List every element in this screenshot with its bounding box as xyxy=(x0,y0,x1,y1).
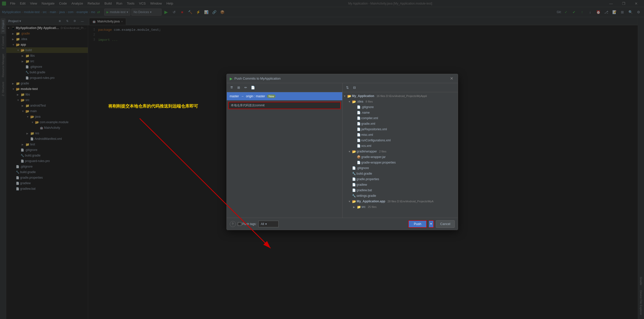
push-tags-label: Push tags: xyxy=(242,222,257,226)
rtree-idea-label: .idea xyxy=(357,100,363,103)
right-tree: ▼ 📂 My_Application 16 files D:\Env\Andro… xyxy=(343,92,458,218)
rtree-root-buildgradle[interactable]: ▶ 🔧 build.gradle xyxy=(343,171,458,176)
rtree-myapp-app-icon: 📂 xyxy=(352,200,356,203)
help-button[interactable]: ? xyxy=(230,221,236,227)
rtree-myapp-app-meta: 28 files D:\Env\Android_Projects\MyA xyxy=(388,200,434,203)
rtree-gradlewrapper-meta: 2 files xyxy=(379,150,387,153)
rtree-gradle-props[interactable]: ▶ 📄 gradle-wrapper.properties xyxy=(343,160,458,165)
dlg-push-icon[interactable]: ⇈ xyxy=(229,85,235,91)
branch-arrow: → xyxy=(241,94,244,98)
dlg-fetch-icon[interactable]: ⊞ xyxy=(236,85,242,91)
dlg-file-icon[interactable]: 📄 xyxy=(250,85,256,91)
commit-item[interactable]: 本地仓库代码首次commit xyxy=(228,102,341,109)
rtree-gradlewrapper[interactable]: ▼ 📂 gradle\wrapper 2 files xyxy=(343,149,458,154)
rtree-runconfig[interactable]: ▶ 📄 runConfigurations.xml xyxy=(343,138,458,143)
rtree-name[interactable]: ▶ 📄 .name xyxy=(343,110,458,115)
rtree-gradle-xml-icon: 📄 xyxy=(357,122,361,125)
rtree-gradle-jar[interactable]: ▶ 📦 gradle-wrapper.jar xyxy=(343,154,458,160)
rtree-root-gradleprop[interactable]: ▶ 📄 gradle.properties xyxy=(343,176,458,182)
rtree-gradle-props-label: gradle-wrapper.properties xyxy=(361,161,396,164)
rtree-compiler-label: compiler.xml xyxy=(361,116,378,120)
rtree-root-buildgradle-label: build.gradle xyxy=(357,172,372,175)
push-tags-checkbox[interactable] xyxy=(238,222,241,226)
rtree-misc-label: misc.xml xyxy=(361,133,373,137)
dialog-left-panel: ⇈ ⊞ ✏ 📄 master → origin : master New 本地仓… xyxy=(227,83,343,218)
dialog-left-toolbar: ⇈ ⊞ ✏ 📄 xyxy=(227,83,342,92)
dialog-title-label: Push Commits to MyApplication xyxy=(235,77,281,80)
tag-dropdown-icon: ▾ xyxy=(265,222,267,226)
dialog-header: ▶ Push Commits to MyApplication ✕ xyxy=(227,74,458,83)
rtree-vcs[interactable]: ▶ 📄 vcs.xml xyxy=(343,143,458,149)
rtree-root-meta: 16 files D:\Env\Android_Projects\MyAppli xyxy=(376,94,427,98)
rtree-gradle-jar-label: gradle-wrapper.jar xyxy=(361,155,386,159)
dialog-footer: ? Push tags: All ▾ Push ▾ Cancel xyxy=(227,218,458,230)
branch-row[interactable]: master → origin : master New xyxy=(227,92,342,100)
dialog-android-icon: ▶ xyxy=(230,77,233,81)
rtree-compiler-icon: 📄 xyxy=(357,116,361,120)
rtree-myapp-app[interactable]: ▼ 📂 My_Application.app 28 files D:\Env\A… xyxy=(343,199,458,204)
rtree-misc-icon: 📄 xyxy=(357,133,361,137)
rtree-gradlewrapper-icon: 📂 xyxy=(352,150,356,153)
rtree-idea[interactable]: ▼ 📂 .idea 8 files xyxy=(343,99,458,104)
commit-list: 本地仓库代码首次commit xyxy=(227,100,342,218)
rtree-compiler[interactable]: ▶ 📄 compiler.xml xyxy=(343,115,458,121)
dialog-title: ▶ Push Commits to MyApplication xyxy=(230,77,281,81)
rtree-gitignore-idea-label: .gitignore xyxy=(361,105,374,109)
push-button[interactable]: Push xyxy=(408,220,427,228)
rtree-gradle-xml[interactable]: ▶ 📄 gradle.xml xyxy=(343,121,458,126)
rtree-idea-meta: 8 files xyxy=(366,100,373,103)
dialog-body: ⇈ ⊞ ✏ 📄 master → origin : master New 本地仓… xyxy=(227,83,458,218)
rtree-root-gitignore-icon: 📄 xyxy=(352,166,356,170)
rtree-jarrepo-label: jarRepositories.xml xyxy=(361,127,387,131)
rtree-gitignore-idea-icon: 📄 xyxy=(357,105,361,109)
rtree-vcs-icon: 📄 xyxy=(357,144,361,148)
rtree-root-gitignore[interactable]: ▶ 📄 .gitignore xyxy=(343,165,458,171)
dialog-close-button[interactable]: ✕ xyxy=(449,76,455,82)
rtree-root-gitignore-label: .gitignore xyxy=(357,166,369,170)
rtree-root-settings-label: settings.gradle xyxy=(357,194,376,198)
rtree-gradle-xml-label: gradle.xml xyxy=(361,122,375,125)
rtree-myapp-app-label: My_Application.app xyxy=(357,200,385,203)
push-tags-checkbox-wrapper: Push tags: xyxy=(238,222,257,226)
rtree-vcs-label: vcs.xml xyxy=(361,144,371,148)
rtree-root-gradlewbat[interactable]: ▶ 📄 gradlew.bat xyxy=(343,187,458,193)
rtree-misc[interactable]: ▶ 📄 misc.xml xyxy=(343,132,458,138)
rtree-app-src[interactable]: ▶ 📁 src 25 files xyxy=(343,204,458,210)
push-dropdown-button[interactable]: ▾ xyxy=(429,220,434,228)
rtree-gradlewrapper-label: gradle\wrapper xyxy=(357,150,377,153)
branch-from-label: master xyxy=(230,94,239,98)
rtree-root-gradlew-icon: 📄 xyxy=(352,183,356,186)
dlg-edit-icon[interactable]: ✏ xyxy=(243,85,249,91)
rtree-gradle-jar-icon: 📦 xyxy=(357,155,361,159)
cancel-button[interactable]: Cancel xyxy=(436,220,454,228)
rtree-gitignore-idea[interactable]: ▶ 📄 .gitignore xyxy=(343,104,458,110)
rtree-root-gradlew[interactable]: ▶ 📄 gradlew xyxy=(343,182,458,187)
dialog-overlay: ▶ Push Commits to MyApplication ✕ ⇈ ⊞ ✏ … xyxy=(0,0,644,319)
rtree-root-settings-icon: 🔧 xyxy=(352,194,356,198)
rtree-root-gradleprop-label: gradle.properties xyxy=(357,177,379,181)
rtree-root[interactable]: ▼ 📂 My_Application 16 files D:\Env\Andro… xyxy=(343,93,458,99)
dialog-right-toolbar: ⇅ ⊟ xyxy=(343,83,458,92)
tag-select[interactable]: All ▾ xyxy=(258,221,279,227)
dlg-right-sort-icon[interactable]: ⇅ xyxy=(345,85,351,91)
root-folder-icon: 📂 xyxy=(347,94,351,98)
rtree-runconfig-label: runConfigurations.xml xyxy=(361,139,391,142)
rtree-root-label: My_Application xyxy=(352,94,374,98)
rtree-root-gradlew-label: gradlew xyxy=(357,183,367,186)
rtree-root-settings[interactable]: ▶ 🔧 settings.gradle xyxy=(343,193,458,199)
rtree-root-buildgradle-icon: 🔧 xyxy=(352,172,356,175)
rtree-app-src-meta: 25 files xyxy=(368,205,377,208)
dlg-right-collapse-icon[interactable]: ⊟ xyxy=(352,85,358,91)
dialog-right-panel: ⇅ ⊟ ▼ 📂 My_Application 16 files D:\Env\A… xyxy=(343,83,458,218)
rtree-jarrepo[interactable]: ▶ 📄 jarRepositories.xml xyxy=(343,126,458,132)
rtree-name-icon: 📄 xyxy=(357,111,361,114)
rtree-app-src-label: src xyxy=(362,205,366,209)
rtree-gradle-props-icon: 📄 xyxy=(357,161,361,164)
rtree-name-label: .name xyxy=(361,111,370,114)
rtree-root-gradlewbat-label: gradlew.bat xyxy=(357,188,372,192)
push-dialog: ▶ Push Commits to MyApplication ✕ ⇈ ⊞ ✏ … xyxy=(226,74,458,230)
branch-new-badge: New xyxy=(267,94,276,98)
branch-to-label: origin : master xyxy=(246,94,265,98)
rtree-idea-icon: 📂 xyxy=(352,100,356,104)
rtree-root-gradleprop-icon: 📄 xyxy=(352,177,356,181)
